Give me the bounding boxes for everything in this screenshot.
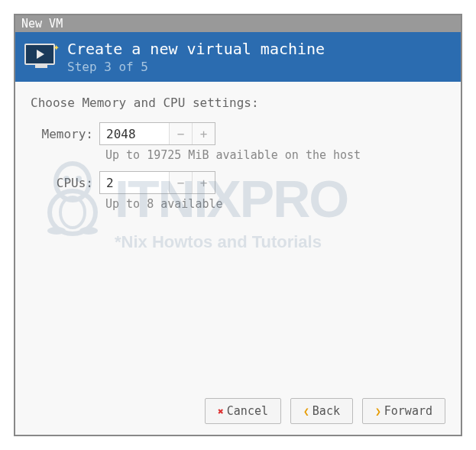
memory-spinner: − + bbox=[99, 122, 215, 145]
wizard-content: Choose Memory and CPU settings: Memory: … bbox=[15, 82, 461, 387]
cpus-label: CPUs: bbox=[31, 176, 99, 190]
forward-button[interactable]: ❯ Forward bbox=[362, 398, 445, 424]
chevron-left-icon: ❮ bbox=[303, 406, 309, 417]
wizard-footer: ✖ Cancel ❮ Back ❯ Forward bbox=[15, 387, 461, 435]
memory-label: Memory: bbox=[31, 127, 99, 141]
cpus-hint: Up to 8 available bbox=[105, 197, 445, 211]
cpus-increment-button[interactable]: + bbox=[192, 172, 215, 193]
cpus-input[interactable] bbox=[100, 172, 169, 193]
window-titlebar: New VM bbox=[15, 15, 461, 32]
forward-label: Forward bbox=[384, 404, 432, 418]
wizard-step: Step 3 of 5 bbox=[67, 60, 325, 74]
plus-icon: + bbox=[200, 127, 208, 141]
memory-increment-button[interactable]: + bbox=[192, 123, 215, 144]
chevron-right-icon: ❯ bbox=[375, 406, 381, 417]
cpus-decrement-button[interactable]: − bbox=[169, 172, 192, 193]
memory-input[interactable] bbox=[100, 123, 169, 144]
cpus-spinner: − + bbox=[99, 171, 215, 194]
memory-decrement-button[interactable]: − bbox=[169, 123, 192, 144]
wizard-title: Create a new virtual machine bbox=[67, 40, 325, 58]
plus-icon: + bbox=[200, 176, 208, 190]
memory-hint: Up to 19725 MiB available on the host bbox=[105, 148, 445, 162]
cancel-button[interactable]: ✖ Cancel bbox=[205, 398, 281, 424]
window-title: New VM bbox=[21, 17, 63, 31]
back-label: Back bbox=[312, 404, 340, 418]
minus-icon: − bbox=[177, 176, 185, 190]
minus-icon: − bbox=[177, 127, 185, 141]
wizard-header: ✦ Create a new virtual machine Step 3 of… bbox=[15, 32, 461, 82]
section-label: Choose Memory and CPU settings: bbox=[31, 96, 445, 110]
back-button[interactable]: ❮ Back bbox=[290, 398, 353, 424]
cancel-label: Cancel bbox=[227, 404, 268, 418]
vm-wizard-window: New VM ✦ Create a new virtual machine St… bbox=[14, 14, 462, 436]
vm-monitor-icon: ✦ bbox=[24, 44, 58, 71]
cancel-icon: ✖ bbox=[218, 406, 224, 417]
